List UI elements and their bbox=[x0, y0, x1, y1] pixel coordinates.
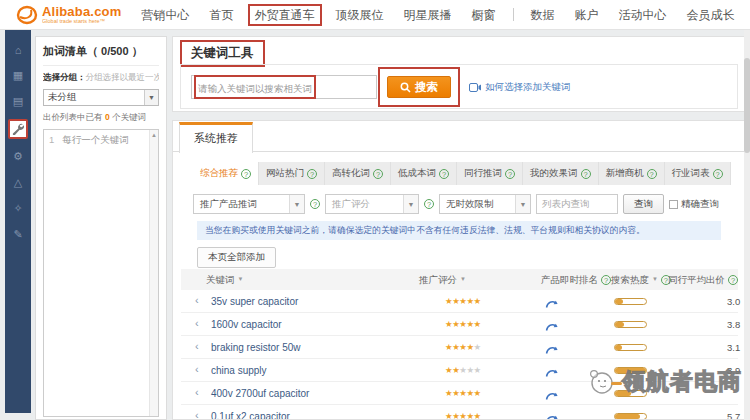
subtab-新增商机[interactable]: 新增商机? bbox=[599, 162, 665, 185]
sort-icon[interactable]: ▼ bbox=[238, 269, 244, 290]
exact-query-checkbox[interactable]: 精确查询 bbox=[669, 198, 719, 211]
help-icon[interactable]: ? bbox=[307, 169, 317, 179]
nav-item-橱窗[interactable]: 橱窗 bbox=[462, 0, 506, 30]
report-icon[interactable]: ▤ bbox=[9, 93, 27, 110]
alert-triangle-icon[interactable]: △ bbox=[9, 174, 27, 191]
help-icon[interactable]: ? bbox=[505, 169, 515, 179]
scroll-up-icon[interactable]: ▲ bbox=[150, 132, 158, 138]
query-button[interactable]: 查询 bbox=[623, 194, 664, 214]
keyword-cell[interactable]: braking resistor 50w bbox=[211, 342, 300, 353]
heat-bar-fill bbox=[615, 322, 624, 327]
nav-item-数据[interactable]: 数据 bbox=[521, 0, 565, 30]
subtab-我的效果词[interactable]: 我的效果词? bbox=[523, 162, 599, 185]
subtab-行业词表[interactable]: 行业词表? bbox=[665, 162, 731, 185]
rank-trend-icon[interactable] bbox=[545, 410, 558, 420]
star-icon: ★ bbox=[466, 388, 473, 398]
subtab-网站热门[interactable]: 网站热门? bbox=[259, 162, 325, 185]
rank-trend-icon[interactable] bbox=[545, 295, 558, 313]
column-header[interactable]: 搜索热度▼? bbox=[611, 269, 671, 290]
help-icon[interactable]: ? bbox=[728, 275, 738, 285]
help-icon[interactable]: ? bbox=[310, 199, 320, 209]
subtab-高转化词[interactable]: 高转化词? bbox=[325, 162, 391, 185]
nav-item-活动中心[interactable]: 活动中心 bbox=[609, 0, 677, 30]
add-keyword-chevron-icon[interactable]: ‹ bbox=[195, 294, 199, 306]
edit-icon[interactable]: ✎ bbox=[9, 226, 27, 243]
rank-trend-icon[interactable] bbox=[545, 387, 558, 405]
nav-item-顶级展位[interactable]: 顶级展位 bbox=[326, 0, 394, 30]
group-select-label: 选择分组：分组选择以最近一次为准 bbox=[43, 72, 159, 84]
keyword-cell[interactable]: 35v super capacitor bbox=[211, 296, 298, 307]
nav-item-方案中心[interactable]: 方案中心New bbox=[745, 0, 750, 30]
nav-item-营销中心[interactable]: 营销中心 bbox=[132, 0, 200, 30]
keyword-cell[interactable]: 1600v capacitor bbox=[211, 319, 282, 330]
tab-system-recommend[interactable]: 系统推荐 bbox=[179, 122, 253, 153]
checkbox-icon[interactable] bbox=[669, 200, 678, 209]
keyword-search-input[interactable]: 请输入关键词以搜索相关词 bbox=[191, 75, 377, 99]
add-keyword-chevron-icon[interactable]: ‹ bbox=[195, 409, 199, 420]
column-header[interactable]: 推广评分▼ bbox=[419, 269, 466, 290]
product-filter-select[interactable]: 推广产品推词 ▼ bbox=[193, 194, 305, 214]
add-all-button[interactable]: 本页全部添加 bbox=[197, 247, 276, 268]
nav-divider bbox=[513, 8, 514, 21]
bid-count: 0 bbox=[105, 112, 110, 122]
help-icon[interactable]: ? bbox=[713, 169, 723, 179]
table-row: ‹0.1uf x2 capacitor★★★★★5.7 bbox=[181, 405, 738, 420]
sort-icon[interactable]: ▼ bbox=[460, 269, 466, 290]
column-header[interactable]: 产品即时排名? bbox=[541, 269, 611, 290]
star-icon: ★ bbox=[466, 365, 473, 375]
help-icon[interactable]: ? bbox=[373, 169, 383, 179]
column-header[interactable]: 同行平均出价? bbox=[668, 269, 738, 290]
nav-item-会员成长[interactable]: 会员成长 bbox=[677, 0, 745, 30]
help-icon[interactable]: ? bbox=[424, 199, 434, 209]
rank-trend-icon[interactable] bbox=[545, 341, 558, 359]
heat-bar-fill bbox=[615, 368, 646, 373]
heat-bar bbox=[614, 344, 647, 351]
subtab-低成本词[interactable]: 低成本词? bbox=[391, 162, 457, 185]
campaign-grid-icon[interactable]: ▦ bbox=[9, 67, 27, 84]
alibaba-logo[interactable]: Alibaba.com Global trade starts here™ bbox=[16, 5, 122, 25]
how-to-add-keywords-link[interactable]: 如何选择添加关键词 bbox=[469, 81, 571, 94]
search-icon bbox=[400, 82, 411, 93]
nav-item-明星展播[interactable]: 明星展播 bbox=[394, 0, 462, 30]
keyword-cell[interactable]: china supply bbox=[211, 365, 267, 376]
help-icon[interactable]: ? bbox=[241, 169, 251, 179]
score-stars: ★★★★★ bbox=[445, 296, 481, 306]
keyword-cell[interactable]: 400v 2700uf capacitor bbox=[211, 388, 309, 399]
subtab-综合推荐[interactable]: 综合推荐? bbox=[193, 162, 259, 185]
add-keyword-chevron-icon[interactable]: ‹ bbox=[195, 386, 199, 398]
star-icon: ★ bbox=[466, 411, 473, 420]
avg-bid-value: 3.1 bbox=[727, 342, 740, 353]
group-select[interactable]: 未分组 ▼ bbox=[43, 89, 159, 106]
favorite-icon[interactable]: ✧ bbox=[9, 200, 27, 217]
column-header[interactable]: 关键词▼ bbox=[206, 269, 243, 290]
search-button[interactable]: 搜索 bbox=[387, 76, 451, 98]
help-icon[interactable]: ? bbox=[439, 169, 449, 179]
rank-trend-icon[interactable] bbox=[545, 364, 558, 382]
add-keyword-chevron-icon[interactable]: ‹ bbox=[195, 363, 199, 375]
nav-item-首页[interactable]: 首页 bbox=[200, 0, 244, 30]
keyword-textarea[interactable]: 1 每行一个关键词 ▲ bbox=[43, 129, 159, 417]
table-header: 关键词▼推广评分▼产品即时排名?搜索热度▼?同行平均出价? bbox=[181, 269, 738, 290]
subtab-label: 新增商机 bbox=[606, 167, 644, 180]
time-filter-select[interactable]: 无时效限制 ▼ bbox=[439, 194, 531, 214]
help-icon[interactable]: ? bbox=[581, 169, 591, 179]
settings-gear-icon[interactable]: ⚙ bbox=[9, 148, 27, 165]
heat-bar bbox=[614, 390, 647, 397]
add-keyword-chevron-icon[interactable]: ‹ bbox=[195, 340, 199, 352]
score-filter-select[interactable]: 推广评分 ▼ bbox=[325, 194, 419, 214]
textarea-scrollbar[interactable]: ▲ bbox=[149, 130, 158, 416]
keyword-cell[interactable]: 0.1uf x2 capacitor bbox=[211, 411, 290, 420]
add-keyword-chevron-icon[interactable]: ‹ bbox=[195, 317, 199, 329]
sort-icon[interactable]: ▼ bbox=[652, 269, 658, 290]
nav-item-账户[interactable]: 账户 bbox=[565, 0, 609, 30]
page-scrollbar[interactable] bbox=[744, 30, 750, 420]
list-query-input[interactable]: 列表内查询 bbox=[536, 194, 618, 214]
home-icon[interactable]: ⌂ bbox=[9, 41, 27, 58]
help-icon[interactable]: ? bbox=[601, 275, 611, 285]
rank-trend-icon[interactable] bbox=[545, 318, 558, 336]
help-icon[interactable]: ? bbox=[647, 169, 657, 179]
nav-item-外贸直通车[interactable]: 外贸直通车 bbox=[248, 4, 322, 26]
keyword-tool-wrench-icon[interactable] bbox=[8, 119, 28, 139]
scrollbar-thumb[interactable] bbox=[744, 58, 750, 153]
subtab-同行推词[interactable]: 同行推词? bbox=[457, 162, 523, 185]
